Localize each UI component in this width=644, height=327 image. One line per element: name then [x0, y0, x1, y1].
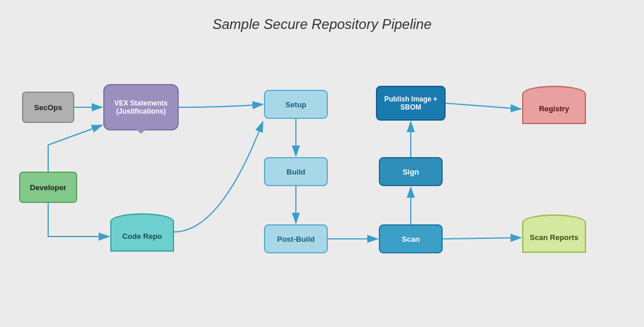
- diagram-container: Sample Secure Repository Pipeline: [0, 0, 644, 327]
- developer-node: Developer: [19, 172, 77, 203]
- vex-node: VEX Statements (Justifications): [103, 84, 179, 130]
- svg-line-8: [443, 238, 521, 239]
- registry-node: Registry: [522, 86, 586, 132]
- scan-node: Scan: [379, 224, 443, 253]
- scan-reports-node: Scan Reports: [522, 215, 586, 261]
- sign-node: Sign: [379, 157, 443, 186]
- code-repo-node: Code Repo: [110, 213, 174, 260]
- build-node: Build: [264, 157, 328, 186]
- publish-node: Publish Image + SBOM: [376, 86, 446, 121]
- svg-line-7: [446, 103, 521, 109]
- setup-node: Setup: [264, 90, 328, 119]
- post-build-node: Post-Build: [264, 224, 328, 253]
- secops-node: SecOps: [22, 92, 74, 123]
- diagram-title: Sample Secure Repository Pipeline: [0, 16, 644, 32]
